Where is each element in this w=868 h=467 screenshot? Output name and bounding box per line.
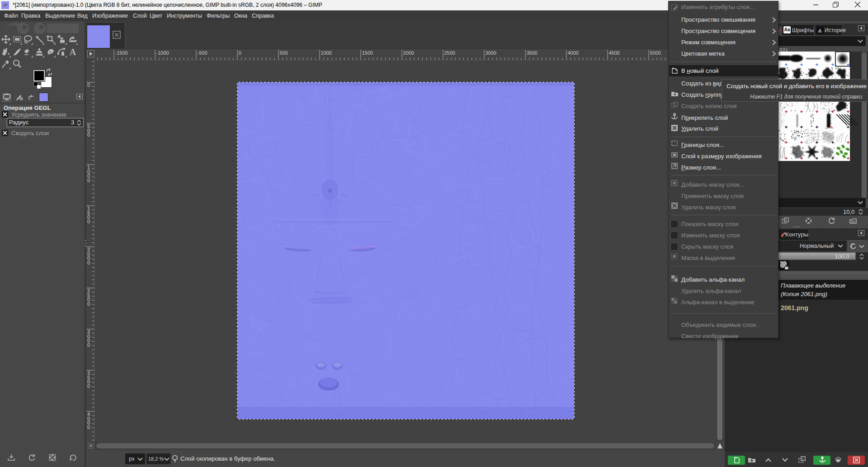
svg-text:0: 0 [87, 301, 90, 307]
svg-text:500: 500 [280, 50, 288, 56]
svg-text:0: 0 [87, 260, 90, 265]
svg-text:0: 0 [87, 383, 90, 389]
svg-text:0: 0 [87, 342, 90, 348]
svg-text:0: 0 [87, 425, 90, 430]
svg-text:0: 0 [87, 178, 90, 183]
svg-text:-1500: -1500 [115, 50, 128, 56]
svg-text:0: 0 [87, 219, 90, 224]
svg-text:0: 0 [87, 82, 90, 88]
svg-text:-1000: -1000 [156, 50, 169, 56]
svg-text:1500: 1500 [362, 50, 373, 56]
svg-text:3500: 3500 [527, 50, 538, 56]
svg-text:5000: 5000 [650, 50, 661, 56]
svg-text:2500: 2500 [444, 50, 455, 56]
svg-text:4500: 4500 [609, 50, 620, 56]
svg-text:1000: 1000 [321, 50, 332, 56]
svg-text:A: A [70, 47, 76, 57]
svg-text:0: 0 [87, 132, 90, 137]
svg-text:0: 0 [239, 50, 241, 56]
svg-text:3000: 3000 [486, 50, 496, 56]
svg-text:4000: 4000 [568, 50, 579, 56]
svg-text:2000: 2000 [403, 50, 414, 56]
svg-text:-500: -500 [198, 50, 208, 56]
